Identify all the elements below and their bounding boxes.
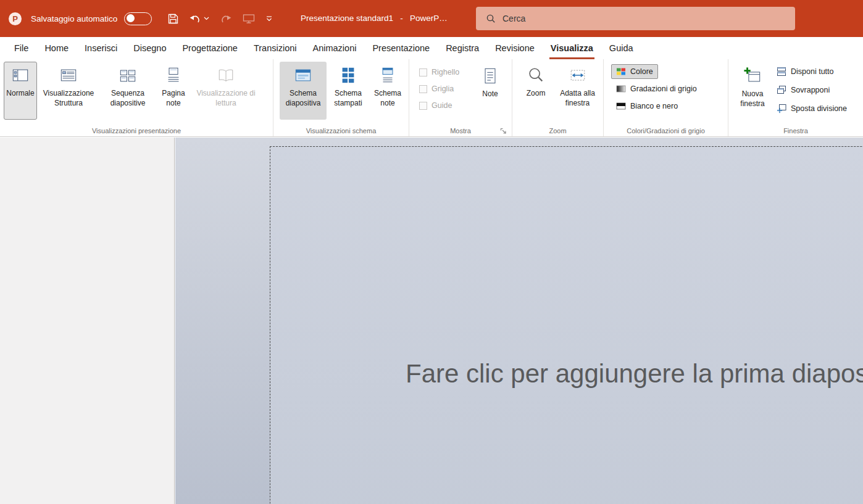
color-button[interactable]: Colore	[611, 64, 658, 79]
ruler-checkbox-label: Righello	[432, 68, 459, 76]
group-zoom: Zoom Adatta alla finestra Zoom	[512, 59, 604, 136]
search-placeholder: Cerca	[502, 14, 525, 23]
reading-view-icon	[217, 66, 235, 85]
color-icon	[616, 67, 626, 76]
fit-to-window-label: Adatta alla finestra	[552, 88, 602, 108]
arrange-all-label: Disponi tutto	[791, 67, 833, 76]
fit-to-window-button[interactable]: Adatta alla finestra	[552, 62, 603, 120]
cascade-button[interactable]: Sovrapponi	[772, 83, 835, 97]
autosave-label: Salvataggio automatico	[31, 14, 117, 23]
document-title: Presentazione standard1 - PowerP…	[301, 0, 448, 37]
tab-presentazione[interactable]: Presentazione	[364, 37, 438, 59]
tab-transizioni[interactable]: Transizioni	[246, 37, 305, 59]
group-label-show: Mostra	[409, 127, 512, 134]
start-slideshow-icon	[243, 14, 255, 24]
notes-icon	[481, 67, 499, 85]
slide-sorter-icon	[119, 66, 137, 85]
ribbon-tab-bar: File Home Inserisci Disegno Progettazion…	[0, 37, 863, 59]
title-bar: P Salvataggio automatico Presentazione s…	[0, 0, 863, 37]
outline-view-label: Visualizzazione Struttura	[38, 88, 99, 108]
redo-icon	[220, 14, 231, 23]
black-and-white-icon	[616, 101, 626, 111]
new-window-icon	[743, 67, 762, 85]
new-window-label: Nuova finestra	[735, 89, 770, 109]
autosave-toggle[interactable]	[124, 12, 152, 25]
black-and-white-button-label: Bianco e nero	[630, 102, 678, 110]
slide-editor-area: Fare clic per aggiungere la prima diapos…	[175, 138, 863, 504]
guides-checkbox-label: Guide	[432, 101, 452, 110]
undo-dropdown-chevron-icon[interactable]	[204, 17, 209, 20]
normal-view-button[interactable]: Normale	[4, 62, 37, 120]
tab-inserisci[interactable]: Inserisci	[77, 37, 125, 59]
ribbon: Normale Visualizzazione Struttura Sequen…	[0, 59, 863, 137]
tab-registra[interactable]: Registra	[438, 37, 487, 59]
reading-view-label: Visualizzazione di lettura	[192, 88, 260, 108]
handout-master-icon	[339, 66, 357, 85]
notes-master-icon	[378, 66, 397, 85]
slide-thumbnails-pane[interactable]	[0, 138, 175, 504]
group-label-zoom: Zoom	[512, 127, 603, 134]
save-icon[interactable]	[168, 14, 178, 24]
notes-button[interactable]: Note	[476, 62, 504, 120]
search-box[interactable]: Cerca	[476, 7, 795, 30]
group-label-color-grayscale: Colori/Gradazioni di grigio	[604, 127, 728, 134]
tab-disegno[interactable]: Disegno	[125, 37, 174, 59]
grayscale-button[interactable]: Gradazioni di grigio	[611, 81, 702, 96]
move-split-icon	[777, 104, 786, 114]
outline-view-icon	[59, 66, 78, 85]
grayscale-button-label: Gradazioni di grigio	[630, 85, 697, 93]
workspace: Fare clic per aggiungere la prima diapos…	[0, 138, 863, 504]
customize-quick-access-chevron-icon[interactable]	[266, 16, 272, 22]
color-button-label: Colore	[630, 67, 653, 76]
svg-text:P: P	[12, 14, 18, 23]
arrange-all-icon	[777, 67, 786, 76]
undo-icon[interactable]	[190, 14, 201, 23]
slide-sorter-label: Sequenza diapositive	[101, 88, 155, 108]
slide-canvas[interactable]: Fare clic per aggiungere la prima diapos…	[270, 146, 863, 504]
guides-checkbox-box	[419, 102, 427, 110]
group-presentation-views: Normale Visualizzazione Struttura Sequen…	[0, 59, 273, 136]
group-show: Righello Griglia Guide Note Mostra	[409, 59, 512, 136]
gridlines-checkbox-box	[419, 85, 427, 93]
tab-guida[interactable]: Guida	[601, 37, 641, 59]
slide-placeholder-text[interactable]: Fare clic per aggiungere la prima diapos…	[406, 359, 863, 389]
tab-progettazione[interactable]: Progettazione	[174, 37, 245, 59]
normal-view-icon	[11, 66, 30, 85]
group-label-presentation-views: Visualizzazioni presentazione	[0, 127, 273, 134]
tab-revisione[interactable]: Revisione	[487, 37, 543, 59]
zoom-button-label: Zoom	[527, 88, 546, 98]
grayscale-icon	[616, 84, 626, 94]
reading-view-button: Visualizzazione di lettura	[191, 62, 261, 120]
move-split-button[interactable]: Sposta divisione	[772, 101, 852, 116]
black-and-white-button[interactable]: Bianco e nero	[611, 99, 683, 114]
normal-view-label: Normale	[6, 88, 34, 98]
new-window-button[interactable]: Nuova finestra	[735, 62, 770, 120]
group-window: Nuova finestra Disponi tutto Sovrapponi …	[728, 59, 863, 136]
tab-animazioni[interactable]: Animazioni	[305, 37, 365, 59]
zoom-button[interactable]: Zoom	[520, 62, 552, 120]
group-color-grayscale: Colore Gradazioni di grigio Bianco e ner…	[604, 59, 728, 136]
slide-master-button[interactable]: Schema diapositiva	[280, 62, 327, 120]
group-label-master-views: Visualizzazioni schema	[273, 127, 409, 134]
notes-master-label: Schema note	[370, 88, 405, 108]
tab-home[interactable]: Home	[36, 37, 77, 59]
zoom-magnifier-icon	[527, 66, 545, 85]
group-master-views: Schema diapositiva Schema stampati Schem…	[273, 59, 409, 136]
notes-master-button[interactable]: Schema note	[370, 62, 406, 120]
notes-page-button[interactable]: Pagina note	[156, 62, 191, 120]
ruler-checkbox-box	[419, 68, 427, 76]
cascade-icon	[777, 85, 786, 95]
tab-file[interactable]: File	[6, 37, 36, 59]
slide-sorter-button[interactable]: Sequenza diapositive	[100, 62, 156, 120]
outline-view-button[interactable]: Visualizzazione Struttura	[37, 62, 100, 120]
powerpoint-logo-icon[interactable]: P	[7, 11, 23, 27]
arrange-all-button[interactable]: Disponi tutto	[772, 64, 838, 79]
move-split-label: Sposta divisione	[791, 104, 847, 113]
gridlines-checkbox-label: Griglia	[432, 85, 454, 93]
group-label-window: Finestra	[728, 127, 863, 134]
slide-master-label: Schema diapositiva	[280, 88, 326, 108]
tab-visualizza[interactable]: Visualizza	[543, 37, 601, 59]
handout-master-button[interactable]: Schema stampati	[327, 62, 370, 120]
search-icon	[486, 14, 496, 23]
cascade-label: Sovrapponi	[791, 86, 830, 94]
